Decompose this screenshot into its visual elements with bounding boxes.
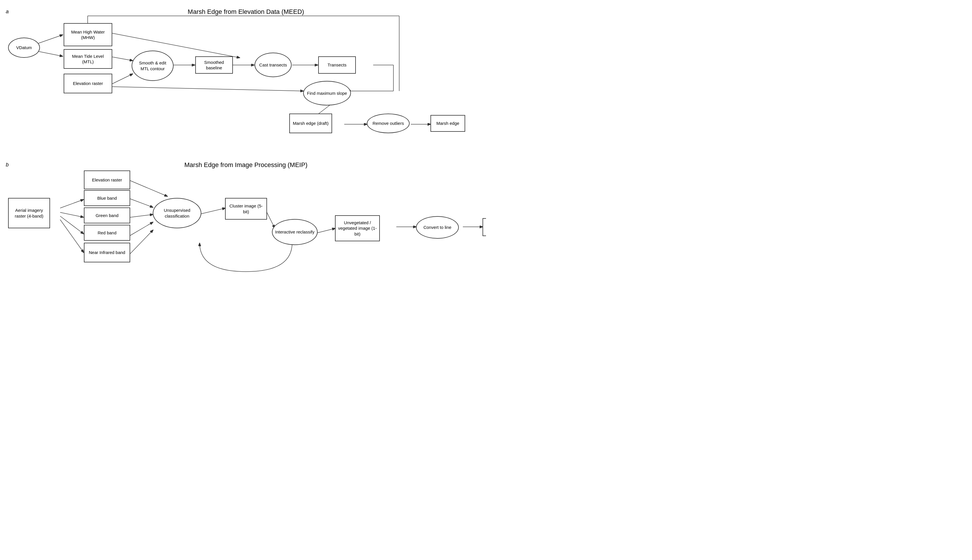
- red-band-node: Red band: [84, 225, 130, 241]
- mtl-node: Mean Tide Level (MTL): [64, 49, 112, 69]
- convert-to-line-node: Convert to line: [416, 216, 459, 239]
- unvegetated-node: Unvegetated / vegetated image (1-bit): [335, 215, 380, 241]
- find-max-slope-node: Find maximum slope: [303, 81, 351, 105]
- title-b: Marsh Edge from Image Processing (MEIP): [116, 161, 376, 169]
- svg-line-23: [130, 181, 168, 197]
- svg-line-28: [201, 208, 226, 214]
- svg-line-5: [112, 74, 133, 84]
- svg-line-21: [60, 216, 84, 234]
- svg-line-27: [130, 230, 153, 254]
- svg-line-24: [130, 199, 153, 207]
- transects-node: Transects: [318, 57, 356, 74]
- cluster-image-node: Cluster image (5-bit): [225, 198, 267, 220]
- cast-transects-node: Cast transects: [254, 53, 292, 77]
- elevation-raster-a-node: Elevation raster: [64, 74, 112, 93]
- svg-line-15: [112, 87, 304, 91]
- elevation-raster-b-node: Elevation raster: [84, 170, 130, 189]
- section-label-a: a: [6, 9, 9, 15]
- interactive-reclassify-node: Interactive reclassify: [272, 219, 318, 245]
- smooth-edit-node: Smooth & edit MTL contour: [132, 50, 174, 81]
- unsupervised-node: Unsupervised classification: [153, 198, 201, 228]
- nir-band-node: Near Infrared band: [84, 243, 130, 262]
- remove-outliers-node: Remove outliers: [367, 113, 410, 133]
- green-band-node: Green band: [84, 207, 130, 223]
- blue-band-node: Blue band: [84, 190, 130, 206]
- aerial-imagery-node: Aerial imagery raster (4-band): [8, 198, 50, 228]
- svg-line-25: [130, 214, 153, 217]
- marsh-edge-draft-node: Marsh edge (draft): [289, 113, 332, 133]
- svg-line-19: [60, 199, 84, 208]
- svg-line-29: [266, 211, 275, 228]
- vdatum-node: VDatum: [8, 38, 40, 58]
- marsh-edge-b-node: Marsh edge: [482, 218, 486, 236]
- section-label-b: b: [6, 162, 9, 168]
- mhw-node: Mean High Water (MHW): [64, 23, 112, 46]
- svg-line-22: [60, 220, 84, 253]
- svg-line-26: [130, 222, 153, 235]
- smoothed-baseline-node: Smoothed baseline: [195, 57, 233, 74]
- svg-line-20: [60, 212, 84, 217]
- svg-line-4: [112, 57, 133, 61]
- marsh-edge-a-node: Marsh edge: [430, 115, 465, 132]
- diagram-container: a Marsh Edge from Elevation Data (MEED) …: [0, 0, 486, 280]
- svg-line-3: [112, 33, 240, 58]
- title-a: Marsh Edge from Elevation Data (MEED): [116, 8, 376, 16]
